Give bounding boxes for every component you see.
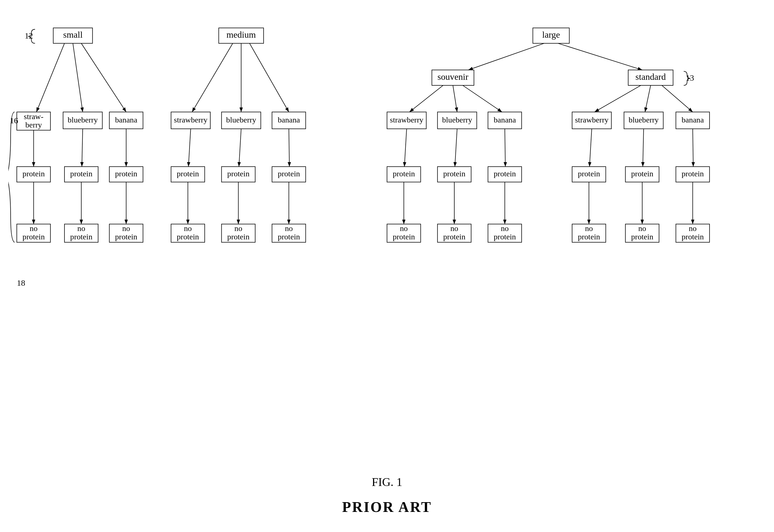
node-souvenir: souvenir — [437, 72, 468, 82]
node-noprot-straw-small-1: no — [30, 224, 37, 233]
node-protein-ban-small: protein — [115, 169, 137, 178]
ref-18: 18 — [17, 278, 25, 288]
svg-line-30 — [645, 85, 651, 112]
svg-line-50 — [404, 129, 407, 167]
svg-line-22 — [81, 43, 126, 112]
node-noprot-blue-small-2: protein — [70, 232, 92, 241]
node-blueberry-medium: blueberry — [226, 115, 256, 124]
node-blueberry-small: blueberry — [68, 115, 98, 124]
node-medium: medium — [227, 30, 256, 40]
node-protein-straw-std: protein — [578, 169, 600, 178]
svg-line-51 — [455, 129, 457, 167]
node-noprot-ban-std-2: protein — [682, 232, 704, 241]
prior-art-label: PRIOR ART — [342, 499, 432, 515]
node-noprot-blue-med-2: protein — [227, 232, 250, 241]
node-noprot-straw-std-1: no — [585, 224, 593, 233]
node-banana-small: banana — [115, 115, 137, 124]
fig-label: FIG. 1 — [372, 475, 402, 489]
node-noprot-ban-med-1: no — [285, 224, 293, 233]
svg-line-45 — [82, 129, 83, 167]
node-protein-blue-small: protein — [70, 169, 92, 178]
node-protein-ban-med: protein — [278, 169, 300, 178]
node-blueberry-standard: blueberry — [629, 115, 659, 124]
svg-line-48 — [239, 129, 241, 167]
node-banana-standard: banana — [682, 115, 704, 124]
svg-line-49 — [289, 129, 289, 167]
node-banana-souvenir: banana — [494, 115, 516, 124]
svg-line-53 — [590, 129, 592, 167]
node-banana-medium: banana — [278, 115, 300, 124]
node-noprot-straw-souv-2: protein — [393, 232, 415, 241]
svg-line-55 — [693, 129, 693, 167]
node-noprot-blue-med-1: no — [235, 224, 242, 233]
svg-line-54 — [643, 129, 644, 167]
svg-line-21 — [73, 43, 83, 112]
node-noprot-ban-std-1: no — [689, 224, 697, 233]
node-standard: standard — [636, 72, 666, 82]
node-noprot-blue-std-2: protein — [631, 232, 653, 241]
node-noprot-ban-souv-2: protein — [494, 232, 516, 241]
node-strawberry-souvenir: strawberry — [390, 115, 423, 124]
node-noprot-ban-small-2: protein — [115, 232, 137, 241]
node-noprot-blue-std-1: no — [638, 224, 646, 233]
node-strawberry-medium: strawberry — [174, 115, 208, 124]
node-protein-blue-std: protein — [631, 169, 653, 178]
node-protein-ban-std: protein — [682, 169, 704, 178]
node-protein-blue-med: protein — [227, 169, 250, 178]
node-protein-ban-souv: protein — [494, 169, 516, 178]
svg-line-47 — [188, 129, 191, 167]
node-strawberry-small-2: berry — [25, 121, 42, 129]
svg-line-25 — [250, 43, 289, 112]
node-blueberry-souvenir: blueberry — [442, 115, 472, 124]
diagram-container: small medium large 12 souvenir standard … — [8, 8, 766, 476]
node-noprot-straw-med-1: no — [184, 224, 192, 233]
node-protein-straw-souv: protein — [393, 169, 415, 178]
svg-line-6 — [468, 43, 544, 70]
svg-line-27 — [453, 85, 457, 112]
node-strawberry-small-1: straw- — [24, 112, 43, 121]
node-strawberry-standard: strawberry — [575, 115, 609, 124]
svg-line-20 — [36, 43, 64, 112]
svg-line-7 — [558, 43, 642, 70]
node-noprot-straw-std-2: protein — [578, 232, 600, 241]
node-noprot-straw-med-2: protein — [177, 232, 199, 241]
svg-line-29 — [595, 85, 641, 112]
ref-12: 12 — [25, 31, 33, 40]
node-large: large — [542, 30, 560, 40]
svg-line-31 — [662, 85, 693, 112]
node-noprot-ban-med-2: protein — [278, 232, 300, 241]
node-small: small — [63, 30, 83, 40]
svg-line-23 — [192, 43, 233, 112]
svg-line-28 — [463, 85, 502, 112]
node-noprot-straw-small-2: protein — [23, 232, 45, 241]
svg-line-52 — [505, 129, 505, 167]
node-noprot-ban-souv-1: no — [501, 224, 509, 233]
node-protein-blue-souv: protein — [443, 169, 465, 178]
node-noprot-blue-small-1: no — [77, 224, 85, 233]
node-protein-straw-med: protein — [177, 169, 199, 178]
node-noprot-ban-small-1: no — [122, 224, 130, 233]
node-noprot-blue-souv-2: protein — [443, 232, 465, 241]
node-protein-straw-small: protein — [23, 169, 45, 178]
svg-line-26 — [409, 85, 443, 112]
node-noprot-straw-souv-1: no — [400, 224, 408, 233]
node-noprot-blue-souv-1: no — [450, 224, 458, 233]
